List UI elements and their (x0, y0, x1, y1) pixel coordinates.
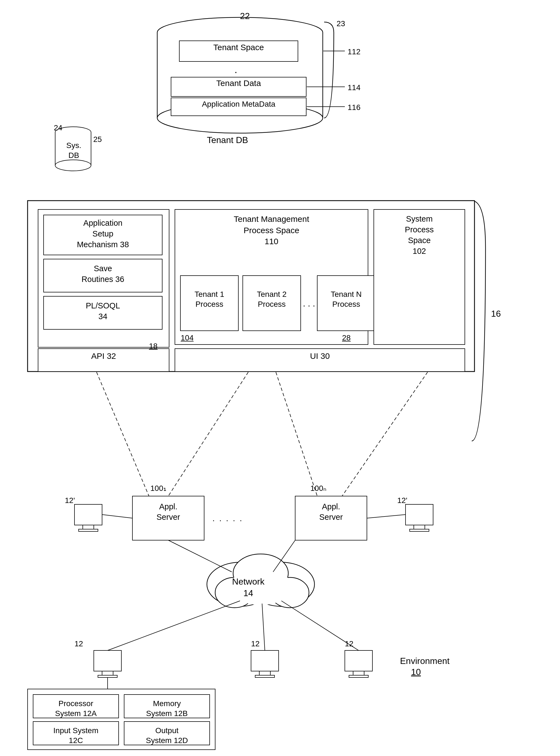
ref10-label: 10 (411, 667, 421, 677)
ref12a-label: 12 (75, 639, 83, 648)
ref114-label: 114 (347, 83, 361, 92)
ref100-N-label: 100ₙ (311, 484, 326, 493)
svg-line-36 (168, 540, 232, 572)
sys-process-label: SystemProcessSpace102 (374, 214, 465, 257)
svg-line-56 (262, 604, 265, 650)
ref104-label: 104 (181, 334, 194, 342)
tenant1-label: Tenant 1Process (180, 289, 238, 310)
svg-rect-47 (102, 671, 113, 675)
sys-db-label: Sys.DB (61, 141, 87, 161)
svg-rect-54 (349, 675, 368, 677)
ref12prime1-label: 12' (65, 496, 75, 505)
tenantN-label: Tenant NProcess (317, 289, 375, 310)
ref22-label: 22 (240, 11, 250, 21)
ui-label: UI 30 (175, 351, 465, 361)
save-routines-label: SaveRoutines 36 (44, 263, 162, 285)
diagram-svg (0, 0, 560, 756)
ref12prime2-label: 12' (397, 496, 407, 505)
tenant-data-label: Tenant Data (171, 79, 306, 88)
memory-system-label: MemorySystem 12B (124, 699, 209, 719)
svg-line-32 (97, 372, 149, 496)
ref18-label: 18 (149, 342, 158, 351)
svg-rect-51 (255, 675, 275, 677)
ref28-label: 28 (342, 334, 351, 342)
svg-rect-48 (98, 675, 117, 677)
ref23-label: 23 (337, 19, 345, 28)
tenant-space-label: Tenant Space (179, 43, 298, 52)
svg-rect-41 (405, 504, 433, 525)
network-label: Network14 (221, 576, 276, 599)
ref25-label: 25 (93, 135, 102, 144)
appl-dots: · · · · · (213, 516, 243, 525)
svg-rect-40 (79, 529, 98, 531)
ref24-label: 24 (54, 124, 62, 132)
svg-line-55 (107, 601, 240, 650)
input-system-label: Input System12C (33, 726, 119, 746)
appl-server2-label: Appl.Server (295, 502, 367, 522)
svg-rect-46 (94, 650, 121, 671)
ref16-label: 16 (491, 309, 501, 319)
svg-line-35 (342, 372, 427, 496)
svg-rect-39 (83, 525, 94, 529)
svg-rect-49 (251, 650, 279, 671)
dots-cylinder: · (235, 66, 237, 78)
svg-line-44 (102, 514, 133, 518)
ref12b-label: 12 (251, 639, 260, 648)
svg-rect-42 (414, 525, 425, 529)
diagram-container: 22 Tenant Space · Tenant Data Applicatio… (0, 0, 560, 756)
ref116-label: 116 (347, 103, 361, 112)
svg-line-45 (367, 514, 405, 518)
svg-rect-52 (345, 650, 373, 671)
ref12c-label: 12 (345, 639, 353, 648)
svg-point-68 (55, 160, 91, 171)
svg-line-34 (276, 372, 317, 496)
svg-rect-43 (409, 529, 429, 531)
svg-line-37 (273, 540, 295, 572)
ref100-1-label: 100₁ (151, 484, 166, 493)
app-setup-label: ApplicationSetupMechanism 38 (44, 218, 162, 250)
plsoql-label: PL/SOQL34 (44, 300, 162, 322)
app-metadata-label: Application MetaData (171, 100, 306, 109)
ref112-label: 112 (347, 47, 361, 56)
svg-rect-38 (75, 504, 102, 525)
tenant-mgmt-label: Tenant ManagementProcess Space110 (175, 214, 368, 247)
tenant2-label: Tenant 2Process (243, 289, 301, 310)
svg-line-33 (168, 372, 248, 496)
output-system-label: OutputSystem 12D (124, 726, 209, 746)
environment-label: Environment (400, 656, 449, 666)
api-label: API 32 (38, 351, 169, 361)
tenant-db-label: Tenant DB (207, 135, 248, 145)
tenant-dots: · · · (303, 300, 315, 311)
svg-rect-50 (259, 671, 271, 675)
appl-server1-label: Appl.Server (133, 502, 204, 522)
svg-point-30 (271, 578, 309, 608)
svg-rect-53 (353, 671, 364, 675)
processor-system-label: ProcessorSystem 12A (33, 699, 119, 719)
